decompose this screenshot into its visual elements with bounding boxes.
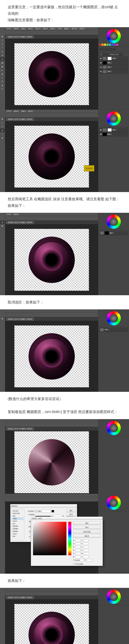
menu-item[interactable]: 类型(Y) <box>35 28 40 30</box>
menu-item[interactable]: 3D(D) <box>58 28 62 30</box>
menu-item[interactable]: 图像(I) <box>21 28 26 30</box>
s-input[interactable] <box>75 542 80 545</box>
adjustment-icon[interactable] <box>106 48 109 51</box>
wand-tool[interactable] <box>0 46 5 50</box>
adjustment-icon[interactable] <box>110 48 112 51</box>
hex-input[interactable] <box>75 559 84 561</box>
color-field[interactable] <box>33 522 66 555</box>
swatch[interactable] <box>102 44 104 46</box>
layer-row[interactable]: 椭圆 1 <box>99 132 128 136</box>
adjustment-icon[interactable] <box>103 48 106 51</box>
canvas[interactable] <box>14 431 89 493</box>
menu-item[interactable]: 帮助(H) <box>79 28 85 30</box>
y-input[interactable] <box>83 556 89 558</box>
swatch[interactable] <box>104 44 106 46</box>
style-item[interactable]: 描边 <box>12 515 24 518</box>
eraser-tool[interactable] <box>0 65 5 68</box>
color-wheel[interactable] <box>107 214 121 229</box>
adjustment-icon[interactable] <box>100 48 102 51</box>
visibility-icon[interactable] <box>100 70 102 73</box>
m-input[interactable] <box>84 552 89 555</box>
eyedropper-tool[interactable] <box>0 54 5 57</box>
menu-item[interactable]: 编辑(E) <box>14 213 19 216</box>
marquee-tool[interactable] <box>0 39 5 42</box>
color-wheel[interactable] <box>107 311 121 325</box>
k-input[interactable] <box>87 559 92 561</box>
lasso-tool[interactable] <box>0 125 5 128</box>
zoom-tool[interactable] <box>0 87 5 91</box>
bl-input[interactable] <box>75 556 80 558</box>
type-tool[interactable]: T <box>0 76 5 80</box>
style-item[interactable]: 图案叠加 <box>12 530 24 533</box>
swatch[interactable] <box>116 44 118 46</box>
layer-thumbnail[interactable] <box>103 66 107 69</box>
canvas[interactable] <box>14 126 89 188</box>
a-input[interactable] <box>83 542 88 545</box>
menu-item[interactable]: 滤镜(T) <box>50 28 55 30</box>
swatch[interactable] <box>99 44 101 46</box>
pen-tool[interactable] <box>0 72 5 76</box>
brush-tool[interactable] <box>0 57 5 61</box>
style-item[interactable]: 投影 <box>12 535 24 538</box>
layer-thumbnail[interactable] <box>100 328 104 332</box>
menu-item[interactable]: 文件(F) <box>6 213 11 216</box>
style-item[interactable]: 内阴影 <box>12 518 24 520</box>
color-wheel[interactable] <box>107 112 121 126</box>
h-input[interactable] <box>75 539 81 542</box>
menu-item[interactable]: 选择(S) <box>43 28 48 30</box>
c-input[interactable] <box>84 549 89 552</box>
move-tool[interactable] <box>0 317 5 321</box>
document-tab[interactable]: 未标题-1 @ 66.7% (椭圆 1, RGB/8) <box>6 427 34 430</box>
document-tab[interactable]: 未标题-1 @ 66.7% (椭圆 1, RGB/8) <box>6 596 34 599</box>
hue-slider[interactable] <box>68 522 71 555</box>
style-item[interactable]: 混合选项 <box>12 510 24 512</box>
ok-button[interactable]: 确定 <box>73 522 101 525</box>
document-tab[interactable]: 未标题-1 @ 66.7% (椭圆 1, RGB/8) <box>6 221 34 224</box>
adjustment-icon[interactable] <box>113 48 116 51</box>
menu-item[interactable]: 文件(F) <box>6 110 11 113</box>
shape-tool[interactable] <box>0 80 5 83</box>
web-only-checkbox[interactable]: ☐ 只有Web颜色 <box>73 563 101 566</box>
opacity-select[interactable]: 不透明度: 100% <box>109 54 123 56</box>
menu-item[interactable]: 编辑(E) <box>14 110 19 113</box>
g-input[interactable] <box>76 552 81 555</box>
color-library-button[interactable]: 颜色库 <box>73 535 101 538</box>
crop-tool[interactable] <box>0 50 5 54</box>
l-input[interactable] <box>83 539 89 542</box>
layer-row[interactable]: 椭圆 1 <box>99 61 128 65</box>
menu-item[interactable]: 编辑(E) <box>14 28 19 30</box>
menu-item[interactable]: 窗口(W) <box>72 28 77 30</box>
color-wheel[interactable] <box>107 421 121 435</box>
layer-row[interactable]: 椭圆 1 <box>99 328 128 332</box>
mask-thumbnail[interactable] <box>108 57 112 60</box>
color-swatch[interactable] <box>51 510 54 512</box>
menu-item[interactable]: 文件(F) <box>6 28 11 30</box>
color-wheel[interactable] <box>107 29 121 43</box>
swatch[interactable] <box>111 44 113 46</box>
menu-item[interactable]: 图像(I) <box>21 110 26 113</box>
swatch[interactable] <box>106 44 109 46</box>
canvas[interactable] <box>14 326 89 387</box>
layer-thumbnail[interactable] <box>103 57 107 60</box>
swatch[interactable] <box>114 44 116 46</box>
layer-thumbnail[interactable] <box>103 70 107 73</box>
cancel-button[interactable]: 取消 <box>73 526 101 529</box>
layer-thumbnail[interactable] <box>103 128 107 132</box>
b-input[interactable] <box>75 546 80 548</box>
document-tab[interactable]: 未标题-1 @ 66.7% (椭圆 1, RGB/8) <box>6 118 34 121</box>
layer-thumbnail[interactable] <box>103 133 107 136</box>
mask-thumbnail[interactable] <box>108 128 112 132</box>
document-tab[interactable]: 未标题-1 @ 66.7% (椭圆 1, RGB/8) <box>6 35 34 39</box>
move-tool[interactable] <box>0 117 5 121</box>
style-item[interactable]: 斜面和浮雕 <box>12 512 24 515</box>
b2-input[interactable] <box>83 546 88 548</box>
gradient-tool[interactable] <box>0 68 5 72</box>
visibility-icon[interactable] <box>100 129 102 131</box>
layer-row[interactable]: 椭圆 1 <box>99 231 128 235</box>
layer-row[interactable]: 椭圆 1 <box>99 70 128 74</box>
marquee-tool[interactable] <box>0 121 5 125</box>
layer-thumbnail[interactable] <box>100 231 104 235</box>
visibility-icon[interactable] <box>100 133 102 135</box>
hand-tool[interactable] <box>0 84 5 87</box>
style-item[interactable]: 光泽 <box>12 522 24 525</box>
